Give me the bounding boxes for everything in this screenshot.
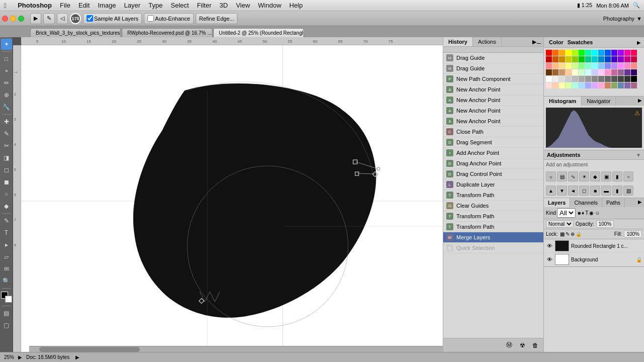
- tab-actions[interactable]: Actions: [473, 37, 502, 46]
- zoom-level[interactable]: 25%: [4, 354, 14, 360]
- menu-select[interactable]: Select: [167, 1, 193, 10]
- menu-3d[interactable]: 3D: [215, 1, 232, 10]
- layer-item-background[interactable]: 👁 Background 🔒: [544, 253, 644, 266]
- adj-gradientmap-icon[interactable]: ▮: [612, 186, 622, 196]
- screen-mode-tool[interactable]: ▢: [1, 320, 12, 331]
- adj-vibrance-icon[interactable]: ◆: [590, 171, 600, 182]
- selection-tool-btn[interactable]: ▶: [30, 13, 41, 24]
- canvas-wrapper[interactable]: [21, 45, 443, 352]
- navigator-tab[interactable]: Navigator: [582, 97, 616, 106]
- layer-visibility-icon-0[interactable]: 👁: [546, 242, 553, 249]
- adj-threshold-icon[interactable]: ▬: [601, 186, 611, 196]
- layer-kind-select[interactable]: All: [557, 208, 576, 218]
- auto-enhance-checkbox[interactable]: [147, 15, 154, 22]
- layer-item-rounded[interactable]: 👁 Rounded Rectangle 1 c...: [544, 239, 644, 253]
- text-tool[interactable]: T: [1, 227, 12, 238]
- type-filter-icon[interactable]: T: [585, 210, 588, 216]
- history-item[interactable]: D Drag Control Point: [443, 169, 543, 179]
- scrollbar-thumb[interactable]: [39, 347, 140, 352]
- adjust-filter-icon[interactable]: ♦: [582, 210, 584, 216]
- histogram-tab[interactable]: Histogram: [544, 97, 582, 106]
- history-item[interactable]: D Drag Segment: [443, 137, 543, 148]
- panel-close-icon[interactable]: ⚊: [536, 39, 541, 45]
- lock-position-icon[interactable]: ⊛: [571, 231, 575, 237]
- document-canvas[interactable]: [21, 45, 443, 352]
- close-button[interactable]: [2, 16, 8, 22]
- crop-tool[interactable]: ⊕: [1, 89, 12, 101]
- adj-curves-icon[interactable]: ∿: [568, 171, 578, 182]
- maximize-button[interactable]: [18, 16, 24, 22]
- shape-tool[interactable]: ▱: [1, 251, 12, 262]
- fill-value[interactable]: 100%: [624, 230, 642, 238]
- adj-photofilter-icon[interactable]: ▲: [546, 186, 556, 196]
- gradient-tool[interactable]: ◼: [1, 176, 12, 188]
- adj-exposure-icon[interactable]: ☀: [579, 171, 589, 182]
- menu-layer[interactable]: Layer: [120, 1, 145, 10]
- minimize-button[interactable]: [10, 16, 16, 22]
- adj-hsl-icon[interactable]: ▣: [601, 171, 611, 182]
- history-item[interactable]: C Close Path: [443, 127, 543, 137]
- adjustments-collapse-icon[interactable]: ▼: [636, 152, 641, 158]
- history-item[interactable]: L Duplicate Layer: [443, 179, 543, 190]
- zoom-tool[interactable]: 🔍: [1, 276, 12, 287]
- hand-tool[interactable]: ✉: [1, 263, 12, 275]
- marquee-tool[interactable]: □: [1, 53, 12, 64]
- menu-filter[interactable]: Filter: [193, 1, 215, 10]
- history-item[interactable]: + Add Anchor Point: [443, 148, 543, 158]
- brush-tool-btn[interactable]: ✎: [43, 13, 55, 24]
- blend-mode-select[interactable]: Normal: [546, 220, 574, 228]
- history-brush-tool[interactable]: ◨: [1, 152, 12, 163]
- history-item-quick-sel[interactable]: S Quick Selection: [443, 243, 543, 253]
- color-tab[interactable]: Color: [547, 38, 566, 46]
- histogram-options[interactable]: ▶: [636, 97, 644, 106]
- lock-all-icon[interactable]: 🔒: [576, 231, 582, 237]
- history-item[interactable]: T Transform Path: [443, 190, 543, 201]
- adj-colorbalance-icon[interactable]: ▮: [612, 171, 622, 182]
- history-item[interactable]: T Transform Path: [443, 222, 543, 232]
- auto-enhance-check[interactable]: Auto-Enhance: [144, 13, 194, 24]
- history-item-merge-layers[interactable]: M Merge Layers: [443, 232, 543, 243]
- tab-brick[interactable]: Brick_Wall_3_by_stock_pics_textures-Edit…: [30, 28, 121, 37]
- move-tool[interactable]: ✦: [1, 39, 12, 50]
- canvas-area[interactable]: 5 10 15 20 25 30 35 40 45 50 55 60 65 70…: [13, 37, 443, 352]
- dodge-tool[interactable]: ◆: [1, 201, 12, 212]
- layer-visibility-icon-1[interactable]: 👁: [546, 256, 553, 263]
- adj-levels-icon[interactable]: ▤: [557, 171, 567, 182]
- menu-photoshop[interactable]: Photoshop: [14, 1, 56, 10]
- adj-colorlookup-icon[interactable]: ◄: [568, 186, 578, 196]
- smart-filter-icon[interactable]: ☺: [595, 210, 600, 216]
- menu-window[interactable]: Window: [254, 1, 285, 10]
- history-delete-btn[interactable]: 🗑: [530, 340, 540, 350]
- brush-size-circle[interactable]: 175: [70, 13, 81, 24]
- tab-rwphoto[interactable]: RWphoto-Recovered.psd @ 16.7% ... ✕: [122, 28, 212, 37]
- layers-tab[interactable]: Layers: [544, 198, 570, 207]
- tab-untitled[interactable]: Untitled-2 @ 25% (Rounded Rectangle 1 co…: [213, 28, 304, 37]
- lock-transparent-icon[interactable]: ▩: [560, 231, 565, 237]
- opacity-value[interactable]: 100%: [596, 220, 614, 228]
- history-item[interactable]: H Drag Guide: [443, 53, 543, 63]
- tab-history[interactable]: History: [443, 37, 473, 46]
- search-icon[interactable]: 🔍: [633, 2, 640, 9]
- apple-menu[interactable]: : [4, 2, 7, 10]
- eraser-tool-btn[interactable]: ◁: [57, 13, 68, 24]
- lasso-tool[interactable]: ⚬: [1, 65, 12, 76]
- menu-type[interactable]: Type: [144, 1, 167, 10]
- history-camera-btn[interactable]: ☢: [517, 340, 527, 350]
- history-item[interactable]: A New Anchor Point: [443, 95, 543, 106]
- progress-arrow[interactable]: ▶: [75, 354, 79, 360]
- swatches-tab[interactable]: Swatches: [566, 38, 595, 46]
- adj-channelmixer-icon[interactable]: ▼: [557, 186, 567, 196]
- brush-tool[interactable]: ✎: [1, 128, 12, 139]
- history-snapshot-btn[interactable]: Ⓜ: [504, 340, 514, 350]
- adj-posterize-icon[interactable]: ■: [590, 186, 600, 196]
- foreground-background-colors[interactable]: [1, 292, 12, 303]
- history-item[interactable]: A New Anchor Point: [443, 106, 543, 116]
- path-select-tool[interactable]: ▸: [1, 239, 12, 250]
- menu-file[interactable]: File: [56, 1, 74, 10]
- pixel-filter-icon[interactable]: ■: [578, 210, 581, 216]
- history-item[interactable]: A New Anchor Point: [443, 116, 543, 127]
- adj-invert-icon[interactable]: ◻: [579, 186, 589, 196]
- menu-view[interactable]: View: [232, 1, 254, 10]
- adj-bw-icon[interactable]: ○: [623, 171, 633, 182]
- history-item[interactable]: D Drag Anchor Point: [443, 158, 543, 169]
